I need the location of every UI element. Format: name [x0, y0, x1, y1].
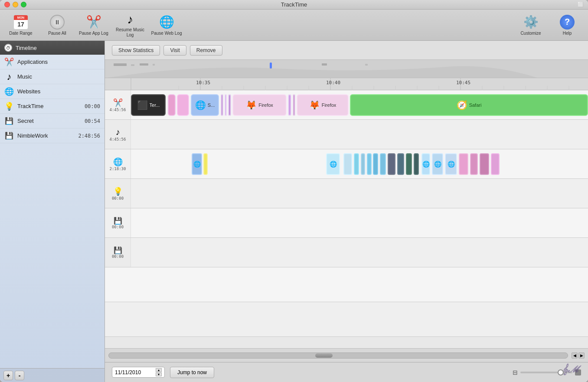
- gap-track-2[interactable]: [293, 94, 295, 116]
- web-icon-1: 🌐: [193, 161, 201, 168]
- terminal-track-item[interactable]: ⬛ Ter...: [131, 94, 166, 116]
- titlebar: TrackTime ⬜: [0, 0, 588, 10]
- timeline-area: Show Statistics Visit Remove: [105, 41, 588, 382]
- sidebar-item-music[interactable]: ♪ Music: [0, 69, 105, 84]
- thin-track-1[interactable]: [221, 94, 223, 116]
- web-item-17[interactable]: [459, 153, 468, 175]
- web-item-16[interactable]: 🌐: [445, 153, 457, 175]
- web-item-2[interactable]: [203, 153, 208, 175]
- web-item-18[interactable]: [470, 153, 478, 175]
- watermark: 𝄞ℳ: [562, 364, 579, 375]
- music-sidebar-icon: ♪: [4, 72, 14, 82]
- secret-track-row: 💾 00:00: [105, 208, 588, 238]
- pause-all-button[interactable]: ⏸ Pause All: [40, 12, 75, 38]
- date-range-button[interactable]: MON 17 Date Range: [3, 12, 38, 38]
- web-item-13[interactable]: [414, 153, 419, 175]
- add-item-button[interactable]: +: [3, 371, 13, 380]
- sidebar-item-secret[interactable]: 💾 Secret 00:54: [0, 114, 105, 128]
- web-item-1[interactable]: 🌐: [192, 153, 202, 175]
- web-item-8[interactable]: [373, 153, 378, 175]
- websites-label: Websites: [17, 88, 100, 95]
- help-button[interactable]: ? Help: [550, 12, 585, 38]
- web-item-6[interactable]: [361, 153, 365, 175]
- pause-web-log-button[interactable]: 🌐 Pause Web Log: [149, 12, 184, 38]
- small-track-2[interactable]: [177, 94, 189, 116]
- sidebar-item-applications[interactable]: ✂️ Applications: [0, 55, 105, 69]
- scrollbar-thumb[interactable]: [315, 353, 333, 358]
- timeline-scrollbar: ◀ ▶: [105, 348, 588, 362]
- time-label-1035: 10:35: [196, 80, 210, 86]
- maximize-button[interactable]: [21, 2, 26, 7]
- main-window: TrackTime ⬜ MON 17 Date Range ⏸ Pause Al…: [0, 0, 588, 382]
- sidebar-item-nimblework[interactable]: 💾 NimbleWork 2:48:56: [0, 128, 105, 143]
- pause-web-label: Pause Web Log: [151, 31, 182, 36]
- scroll-right-button[interactable]: ▶: [578, 352, 585, 359]
- thin-track-3[interactable]: [228, 94, 231, 116]
- gap-track-1[interactable]: [288, 94, 291, 116]
- music-track-row: ♪ 4:45:56: [105, 120, 588, 149]
- help-icon: ?: [559, 14, 575, 30]
- pause-all-label: Pause All: [48, 31, 66, 36]
- horizontal-scrollbar[interactable]: [108, 352, 568, 359]
- music-track-icon: ♪: [116, 127, 120, 137]
- web-item-14[interactable]: 🌐: [421, 153, 430, 175]
- firefox-track-1[interactable]: 🦊 Firefox: [232, 94, 287, 116]
- svg-rect-4: [270, 63, 272, 69]
- tracks-container[interactable]: ✂️ 4:45:56 ⬛ Ter...: [105, 90, 588, 348]
- pause-app-log-button[interactable]: ✂️ Pause App Log: [76, 12, 111, 38]
- thin-track-2[interactable]: [225, 94, 227, 116]
- sidebar: ⏱ Timeline ✂️ Applications ♪ Music 🌐 W: [0, 41, 105, 382]
- sidebar-items-list: ✂️ Applications ♪ Music 🌐 Websites 💡 Tra…: [0, 55, 105, 368]
- minimap[interactable]: [105, 60, 588, 78]
- minimize-button[interactable]: [13, 2, 18, 7]
- jump-to-now-button[interactable]: Jump to now: [170, 367, 214, 378]
- web-item-11[interactable]: [397, 153, 404, 175]
- timeline-label: Timeline: [16, 45, 37, 51]
- date-input[interactable]: [115, 369, 154, 375]
- remove-button[interactable]: Remove: [190, 45, 222, 56]
- idea-track-icon: 💡: [113, 187, 123, 196]
- date-step-up[interactable]: ▲: [156, 368, 162, 372]
- empty-track-1: [105, 267, 588, 302]
- web-icon: 🌐: [159, 14, 174, 30]
- web-item-4[interactable]: [343, 153, 352, 175]
- sidebar-item-websites[interactable]: 🌐 Websites: [0, 84, 105, 99]
- firefox-track-2[interactable]: 🦊 Firefox: [297, 94, 349, 116]
- customize-button[interactable]: ⚙️ Customize: [513, 12, 548, 38]
- date-input-wrapper: ▲ ▼: [112, 367, 165, 378]
- web-item-9[interactable]: [380, 153, 386, 175]
- terminal-icon: ⬛: [137, 100, 148, 110]
- nimblework-label: NimbleWork: [17, 132, 75, 139]
- svg-rect-5: [322, 63, 327, 66]
- safari-long-track[interactable]: 🧭 Safari: [350, 94, 588, 116]
- scroll-left-button[interactable]: ◀: [572, 352, 578, 359]
- window-title: TrackTime: [281, 1, 307, 8]
- pause-app-log-label: Pause App Log: [79, 31, 108, 36]
- resume-music-log-button[interactable]: ♪ Resume Music Log: [113, 12, 147, 38]
- date-step-down[interactable]: ▼: [156, 372, 162, 376]
- web-item-15[interactable]: 🌐: [432, 153, 443, 175]
- show-statistics-button[interactable]: Show Statistics: [112, 45, 160, 56]
- web-item-20[interactable]: [491, 153, 500, 175]
- footer-bar: ▲ ▼ Jump to now ⊟: [105, 362, 588, 382]
- safari-small-track[interactable]: 🌐 S...: [191, 94, 219, 116]
- web-track-time: 2:18:30: [110, 167, 126, 171]
- svg-rect-6: [365, 64, 368, 66]
- visit-button[interactable]: Visit: [163, 45, 186, 56]
- web-item-5[interactable]: [354, 153, 359, 175]
- firefox-icon-1: 🦊: [246, 100, 257, 110]
- web-icon-16: 🌐: [448, 161, 455, 168]
- web-item-7[interactable]: [367, 153, 372, 175]
- scroll-arrow-buttons: ◀ ▶: [572, 352, 585, 359]
- pause-all-icon: ⏸: [49, 14, 65, 30]
- web-item-19[interactable]: [480, 153, 489, 175]
- music-track-time: 4:45:56: [110, 137, 126, 142]
- close-button[interactable]: [4, 2, 10, 7]
- web-item-12[interactable]: [406, 153, 412, 175]
- sidebar-item-tracktime[interactable]: 💡 TrackTime 00:00: [0, 99, 105, 114]
- web-item-3[interactable]: 🌐: [326, 153, 340, 175]
- remove-item-button[interactable]: -: [15, 371, 24, 380]
- small-track-1[interactable]: [168, 94, 176, 116]
- web-item-10[interactable]: [388, 153, 395, 175]
- safari-small-icon: 🌐: [195, 100, 206, 110]
